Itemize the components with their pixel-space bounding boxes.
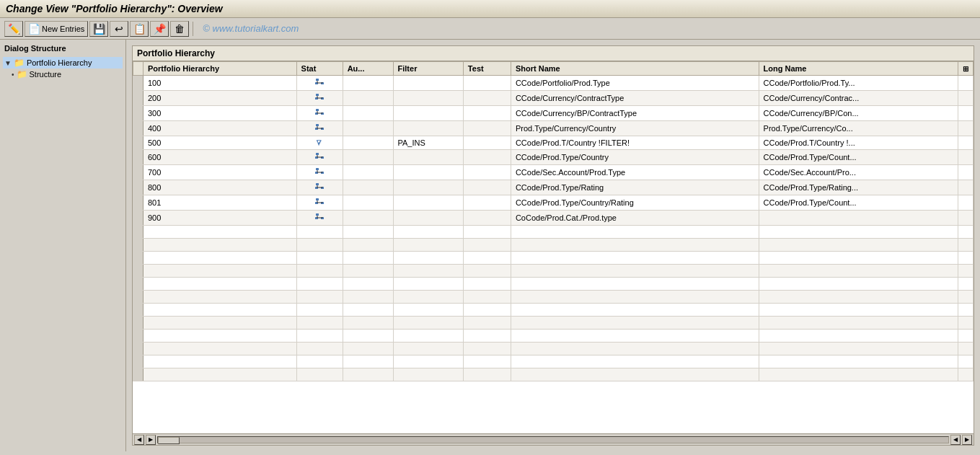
table-row[interactable]: 801 CCode/Prod.Type/Country/Rating CCode… [133, 195, 974, 211]
cell-test-400 [463, 121, 511, 136]
main-area: Dialog Structure ▼ 📁 Portfolio Hierarchy… [0, 40, 980, 451]
row-selector[interactable] [133, 136, 144, 150]
table-row[interactable]: 100 CCode/Portfolio/Prod.Type CCode/Port… [133, 76, 974, 91]
table-row-empty [133, 226, 974, 239]
copy-button[interactable]: 📋 [130, 21, 149, 37]
cell-stat-100 [296, 76, 343, 91]
cell-test-900 [463, 211, 511, 226]
delete-button[interactable]: 🗑 [170, 21, 189, 37]
cell-filter-300 [393, 106, 463, 121]
cell-portfolio-100: 100 [144, 76, 297, 91]
cell-filter-200 [393, 91, 463, 106]
table-row[interactable]: 400 Prod.Type/Currency/Country Prod.Type… [133, 121, 974, 136]
cell-long-name-800: CCode/Prod.Type/Rating... [759, 180, 958, 195]
row-selector[interactable] [133, 76, 144, 91]
cell-filter-100 [393, 76, 463, 91]
cell-short-name-300: CCode/Currency/BP/ContractType [511, 106, 759, 121]
svg-rect-18 [316, 124, 319, 126]
col-portfolio-hierarchy-header[interactable]: Portfolio Hierarchy [144, 62, 297, 76]
folder-closed-icon: 📁 [17, 69, 27, 79]
table-row[interactable]: 500 ⛛ PA_INS CCode/Prod.T/Country !FILTE… [133, 136, 974, 150]
row-selector[interactable] [133, 91, 144, 106]
row-selector[interactable] [133, 180, 144, 195]
cell-portfolio-801: 801 [144, 195, 297, 211]
cell-stat-600 [296, 150, 343, 165]
scroll-thumb[interactable] [158, 437, 180, 444]
table-row[interactable]: 600 CCode/Prod.Type/Country CCode/Prod.T… [133, 150, 974, 165]
scroll-right-arrow[interactable]: ▶ [146, 435, 156, 445]
tree-leaf-arrow: • [12, 71, 14, 79]
sidebar-item-structure[interactable]: • 📁 Structure [3, 69, 123, 80]
paste-button[interactable]: 📌 [150, 21, 169, 37]
title-bar: Change View "Portfolio Hierarchy": Overv… [0, 0, 980, 18]
col-selector-header [133, 62, 144, 76]
row-selector[interactable] [133, 150, 144, 165]
tree-expand-arrow: ▼ [4, 59, 12, 67]
svg-rect-48 [316, 213, 319, 216]
watermark: © www.tutorialkart.com [203, 23, 299, 34]
col-au-header[interactable]: Au... [343, 62, 393, 76]
undo-button[interactable]: ↩ [110, 21, 128, 37]
row-selector[interactable] [133, 165, 144, 180]
cell-portfolio-500: 500 [144, 136, 297, 150]
cell-resize-801 [958, 195, 974, 211]
cell-stat-400 [296, 121, 343, 136]
horizontal-scrollbar[interactable]: ◀ ▶ ◀ ▶ [133, 433, 974, 445]
row-selector[interactable] [133, 211, 144, 226]
cell-resize-100 [958, 76, 974, 91]
col-short-name-header[interactable]: Short Name [511, 62, 759, 76]
table-row-empty [133, 317, 974, 330]
cell-au-200 [343, 91, 393, 106]
svg-rect-12 [316, 109, 319, 111]
table-row[interactable]: 700 CCode/Sec.Account/Prod.Type CCode/Se… [133, 165, 974, 180]
cell-long-name-900 [759, 211, 958, 226]
new-entries-button[interactable]: 📄 New Entries [25, 21, 88, 37]
table-header-row: Portfolio Hierarchy Stat Au... Filter Te… [133, 62, 974, 76]
col-filter-header[interactable]: Filter [393, 62, 463, 76]
edit-icon: ✏️ [8, 23, 19, 35]
cell-stat-500: ⛛ [296, 136, 343, 150]
row-selector[interactable] [133, 106, 144, 121]
table-row[interactable]: 300 CCode/Currency/BP/ContractType CCode… [133, 106, 974, 121]
table-row[interactable]: 900 CoCode/Prod.Cat./Prod.type [133, 211, 974, 226]
col-stat-header[interactable]: Stat [296, 62, 343, 76]
cell-filter-500: PA_INS [393, 136, 463, 150]
scroll-left-arrow[interactable]: ◀ [134, 435, 144, 445]
scroll-right-arrow3[interactable]: ▶ [962, 435, 972, 445]
cell-au-700 [343, 165, 393, 180]
scroll-right-arrow2[interactable]: ◀ [950, 435, 961, 445]
cell-long-name-700: CCode/Sec.Account/Pro... [759, 165, 958, 180]
cell-au-100 [343, 76, 393, 91]
toolbar: ✏️ 📄 New Entries 💾 ↩ 📋 📌 🗑 © www.tutoria… [0, 18, 980, 40]
cell-long-name-300: CCode/Currency/BP/Con... [759, 106, 958, 121]
col-long-name-header[interactable]: Long Name [759, 62, 958, 76]
save-button[interactable]: 💾 [89, 21, 108, 37]
table-body: 100 CCode/Portfolio/Prod.Type CCode/Port… [133, 76, 974, 381]
table-wrapper[interactable]: Portfolio Hierarchy Stat Au... Filter Te… [133, 61, 974, 433]
svg-rect-0 [316, 79, 319, 81]
cell-resize-700 [958, 165, 974, 180]
cell-au-600 [343, 150, 393, 165]
cell-long-name-400: Prod.Type/Currency/Co... [759, 121, 958, 136]
table-row[interactable]: 200 CCode/Currency/ContractType CCode/Cu… [133, 91, 974, 106]
page-title: Change View "Portfolio Hierarchy": Overv… [6, 3, 223, 14]
cell-short-name-100: CCode/Portfolio/Prod.Type [511, 76, 759, 91]
col-resize-header[interactable]: ⊞ [958, 62, 974, 76]
row-selector[interactable] [133, 195, 144, 211]
edit-button[interactable]: ✏️ [4, 21, 23, 37]
table-row-empty [133, 291, 974, 304]
svg-rect-30 [316, 168, 319, 170]
sidebar-item-portfolio-hierarchy[interactable]: ▼ 📁 Portfolio Hierarchy [3, 57, 123, 69]
cell-resize-500 [958, 136, 974, 150]
cell-filter-700 [393, 165, 463, 180]
paste-icon: 📌 [154, 23, 165, 35]
table-row-empty [133, 239, 974, 252]
scroll-track[interactable] [157, 436, 949, 443]
table-row-empty [133, 278, 974, 291]
table-row-empty [133, 355, 974, 368]
row-selector[interactable] [133, 121, 144, 136]
col-test-header[interactable]: Test [463, 62, 511, 76]
cell-portfolio-300: 300 [144, 106, 297, 121]
table-row[interactable]: 800 CCode/Prod.Type/Rating CCode/Prod.Ty… [133, 180, 974, 195]
cell-portfolio-700: 700 [144, 165, 297, 180]
